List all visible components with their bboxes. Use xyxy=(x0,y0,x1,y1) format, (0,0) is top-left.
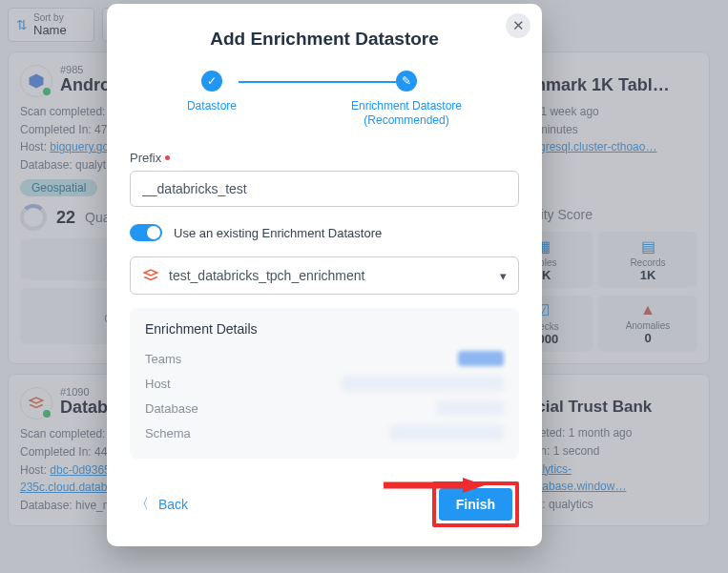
detail-host-label: Host xyxy=(145,377,171,391)
detail-teams-label: Teams xyxy=(145,352,181,366)
check-icon: ✓ xyxy=(207,74,217,88)
details-title: Enrichment Details xyxy=(145,321,504,337)
redacted-value xyxy=(342,376,504,391)
redacted-value xyxy=(437,400,504,416)
close-icon: ✕ xyxy=(512,17,525,34)
finish-button[interactable]: Finish xyxy=(439,488,512,521)
enrichment-details: Enrichment Details Teams Host Database S… xyxy=(130,308,519,459)
dropdown-value: test_databricks_tpch_enrichment xyxy=(169,268,364,283)
detail-schema-label: Schema xyxy=(145,426,191,440)
close-button[interactable]: ✕ xyxy=(506,13,530,38)
toggle-label: Use an existing Enrichment Datastore xyxy=(174,226,382,240)
prefix-label: Prefix xyxy=(130,151,519,165)
redacted-value xyxy=(458,351,504,366)
highlight-box: Finish xyxy=(432,481,519,527)
modal-title: Add Enrichment Datastore xyxy=(130,29,519,50)
chevron-left-icon: 〈 xyxy=(135,496,149,513)
use-existing-toggle[interactable] xyxy=(130,224,162,241)
detail-db-label: Database xyxy=(145,401,198,416)
add-enrichment-modal: ✕ Add Enrichment Datastore ✓ Datastore ✎… xyxy=(107,4,542,546)
enrichment-datastore-select[interactable]: test_databricks_tpch_enrichment ▾ xyxy=(130,256,519,295)
stepper: ✓ Datastore ✎ Enrichment Datastore (Reco… xyxy=(130,71,519,128)
step-datastore[interactable]: ✓ Datastore xyxy=(187,71,237,128)
redacted-value xyxy=(389,425,504,440)
chevron-down-icon: ▾ xyxy=(500,269,507,283)
step-enrichment[interactable]: ✎ Enrichment Datastore (Recommended) xyxy=(351,71,462,128)
required-indicator xyxy=(165,155,170,160)
pencil-icon: ✎ xyxy=(402,74,411,88)
prefix-input[interactable] xyxy=(130,171,519,207)
back-button[interactable]: 〈 Back xyxy=(130,488,194,521)
databricks-icon xyxy=(142,267,159,284)
